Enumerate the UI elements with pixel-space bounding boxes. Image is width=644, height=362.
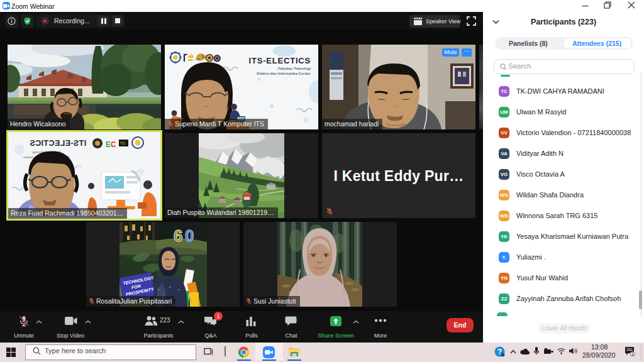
svg-text:Elektro dan Informatika Cerdas: Elektro dan Informatika Cerdas xyxy=(257,72,311,75)
svg-text:E: E xyxy=(106,140,111,149)
svg-text:6: 6 xyxy=(174,226,182,245)
svg-text:0: 0 xyxy=(185,226,194,245)
svg-text:ITS-ELECTICS: ITS-ELECTICS xyxy=(249,56,311,65)
svg-text:TC: TC xyxy=(120,141,126,145)
svg-text:Fakultas Teknologi: Fakultas Teknologi xyxy=(278,67,311,70)
svg-text:ITS-ELECTICS: ITS-ELECTICS xyxy=(30,139,86,148)
svg-text:C: C xyxy=(111,140,116,149)
svg-text:1: 1 xyxy=(631,351,634,356)
svg-text:ITS: ITS xyxy=(196,58,199,61)
